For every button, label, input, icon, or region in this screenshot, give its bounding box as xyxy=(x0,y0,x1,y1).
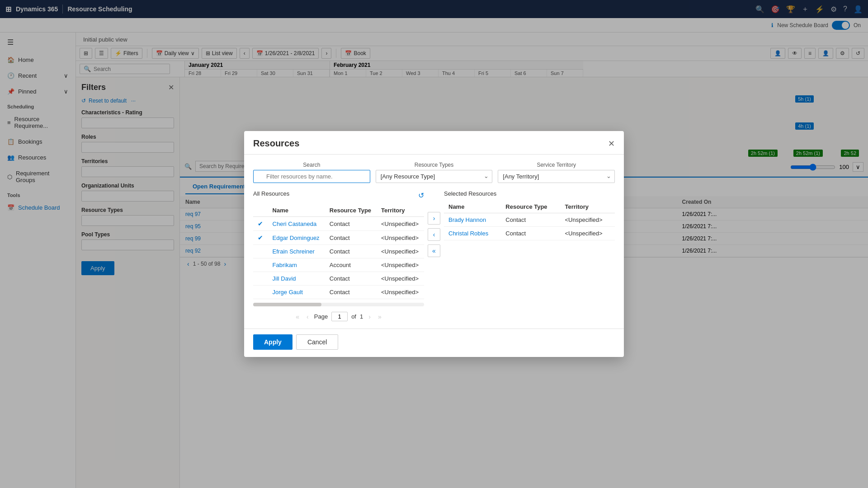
resource-row: ✔ Cheri Castaneda Contact <Unspecified> xyxy=(253,217,424,231)
service-territory-wrapper: [Any Territory] xyxy=(498,170,615,183)
resource-territory-jill: <Unspecified> xyxy=(377,272,424,286)
refresh-resources-button[interactable]: ↺ xyxy=(418,191,424,200)
resource-name-efrain[interactable]: Efrain Schreiner xyxy=(268,245,325,258)
resource-type-edgar: Contact xyxy=(325,231,377,245)
resource-name-jill[interactable]: Jill David xyxy=(268,272,325,286)
table-scrollbar[interactable] xyxy=(253,303,424,306)
modal-body: Search 🔍 Resource Types [Any Resource Ty… xyxy=(244,155,624,328)
resources-filter-input[interactable] xyxy=(253,170,370,183)
col-name-sel: Name xyxy=(444,201,501,213)
resources-search-row: Search 🔍 Resource Types [Any Resource Ty… xyxy=(253,162,615,183)
resource-territory-fabrikam: <Unspecified> xyxy=(377,258,424,272)
modal-cancel-button[interactable]: Cancel xyxy=(296,334,339,350)
search-col-label: Search xyxy=(253,162,370,168)
search-col: Search 🔍 xyxy=(253,162,370,183)
selected-resources-title: Selected Resources xyxy=(444,190,496,197)
move-all-left-button[interactable]: « xyxy=(428,244,440,257)
modal-header: Resources ✕ xyxy=(244,131,624,155)
resource-name-edgar[interactable]: Edgar Dominguez xyxy=(268,231,325,245)
col-territory: Territory xyxy=(377,204,424,217)
col-territory-sel: Territory xyxy=(561,201,615,213)
resource-territory-jorge: <Unspecified> xyxy=(377,286,424,299)
resources-tables: All Resources ↺ Name Resource Type Terri… xyxy=(253,190,615,321)
last-page-button[interactable]: » xyxy=(376,312,383,321)
resource-type-fabrikam: Account xyxy=(325,258,377,272)
resource-type-jorge: Contact xyxy=(325,286,377,299)
modal-footer: Apply Cancel xyxy=(244,328,624,357)
resource-types-col: Resource Types [Any Resource Type] Conta… xyxy=(376,162,493,183)
selected-type-brady: Contact xyxy=(501,213,560,227)
resource-row: Jill David Contact <Unspecified> xyxy=(253,272,424,286)
resource-territory-efrain: <Unspecified> xyxy=(377,245,424,258)
all-resources-title: All Resources xyxy=(253,190,289,197)
page-label: Page xyxy=(314,313,328,320)
resource-name-cheri[interactable]: Cheri Castaneda xyxy=(268,217,325,231)
col-name: Name xyxy=(268,204,325,217)
all-resources-body: ✔ Cheri Castaneda Contact <Unspecified> … xyxy=(253,217,424,299)
next-page-btn[interactable]: › xyxy=(367,312,373,321)
resource-row: Jorge Gault Contact <Unspecified> xyxy=(253,286,424,299)
selected-resources-section: Selected Resources Name Resource Type Te… xyxy=(444,190,615,240)
check-cheri: ✔ xyxy=(258,220,263,227)
resource-row: ✔ Edgar Dominguez Contact <Unspecified> xyxy=(253,231,424,245)
modal-title: Resources xyxy=(253,138,299,149)
service-territory-select[interactable]: [Any Territory] xyxy=(498,170,615,183)
selected-resources-header: Name Resource Type Territory xyxy=(444,201,615,213)
scrollbar-thumb xyxy=(253,303,321,306)
selected-resources-body: Brady Hannon Contact <Unspecified> Chris… xyxy=(444,213,615,240)
selected-territory-brady: <Unspecified> xyxy=(561,213,615,227)
first-page-button[interactable]: « xyxy=(294,312,301,321)
selected-name-christal[interactable]: Christal Robles xyxy=(444,227,501,240)
modal-apply-button[interactable]: Apply xyxy=(253,334,292,350)
resources-modal: Resources ✕ Search 🔍 Resource Types [Any… xyxy=(244,131,624,357)
selected-name-brady[interactable]: Brady Hannon xyxy=(444,213,501,227)
total-pages: 1 xyxy=(360,313,363,320)
resource-name-fabrikam[interactable]: Fabrikam xyxy=(268,258,325,272)
selected-type-christal: Contact xyxy=(501,227,560,240)
prev-page-btn[interactable]: ‹ xyxy=(305,312,311,321)
service-territory-label: Service Territory xyxy=(498,162,615,168)
all-resources-table: Name Resource Type Territory ✔ Cheri Cas… xyxy=(253,204,424,299)
service-territory-col: Service Territory [Any Territory] xyxy=(498,162,615,183)
all-resources-header: Name Resource Type Territory xyxy=(253,204,424,217)
resource-row: Efrain Schreiner Contact <Unspecified> xyxy=(253,245,424,258)
selected-resource-row: Brady Hannon Contact <Unspecified> xyxy=(444,213,615,227)
resource-types-label: Resource Types xyxy=(376,162,493,168)
resource-types-wrapper: [Any Resource Type] ContactAccountEquipm… xyxy=(376,170,493,183)
resource-name-jorge[interactable]: Jorge Gault xyxy=(268,286,325,299)
col-resource-type-sel: Resource Type xyxy=(501,201,560,213)
resource-type-jill: Contact xyxy=(325,272,377,286)
col-resource-type: Resource Type xyxy=(325,204,377,217)
move-right-button[interactable]: › xyxy=(428,212,440,225)
of-label: of xyxy=(351,313,356,320)
resource-types-select[interactable]: [Any Resource Type] ContactAccountEquipm… xyxy=(376,170,493,183)
transfer-buttons: › ‹ « xyxy=(424,212,444,257)
check-edgar: ✔ xyxy=(258,234,263,241)
table-pagination: « ‹ Page of 1 › » xyxy=(253,312,424,321)
move-left-button[interactable]: ‹ xyxy=(428,228,440,241)
page-number-input[interactable] xyxy=(331,312,348,321)
modal-close-button[interactable]: ✕ xyxy=(608,139,615,149)
resource-row: Fabrikam Account <Unspecified> xyxy=(253,258,424,272)
selected-territory-christal: <Unspecified> xyxy=(561,227,615,240)
resource-type-cheri: Contact xyxy=(325,217,377,231)
col-check xyxy=(253,204,268,217)
search-wrapper: 🔍 xyxy=(253,170,370,183)
resource-territory-edgar: <Unspecified> xyxy=(377,231,424,245)
resource-type-efrain: Contact xyxy=(325,245,377,258)
selected-resources-table: Name Resource Type Territory Brady Hanno… xyxy=(444,201,615,240)
selected-resource-row: Christal Robles Contact <Unspecified> xyxy=(444,227,615,240)
all-resources-section: All Resources ↺ Name Resource Type Terri… xyxy=(253,190,424,321)
resource-territory-cheri: <Unspecified> xyxy=(377,217,424,231)
